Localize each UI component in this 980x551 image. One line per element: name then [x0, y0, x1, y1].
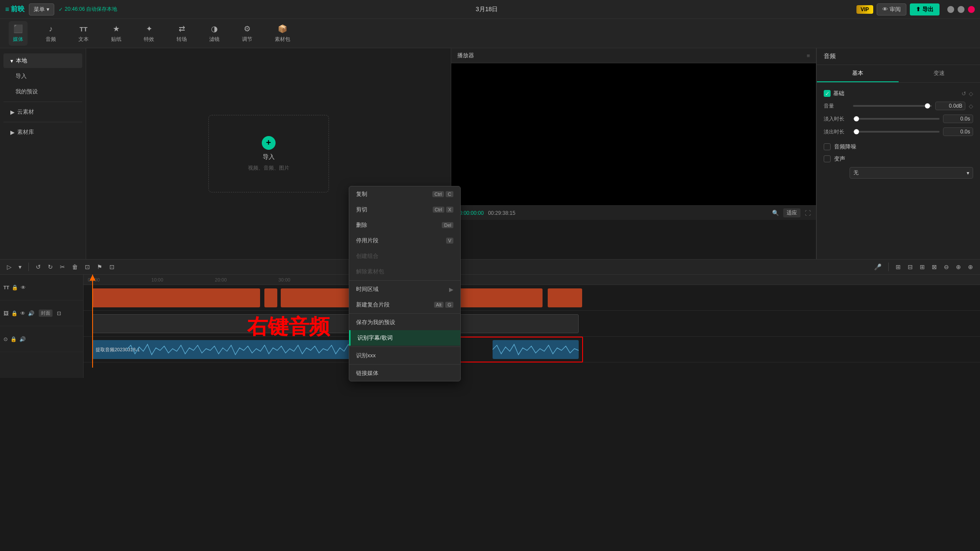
fadeout-value[interactable]: 0.0s	[943, 127, 973, 136]
ctx-copy[interactable]: 复制 Ctrl C	[349, 186, 460, 202]
export-icon: ⬆	[916, 6, 921, 12]
select-mode-button[interactable]: ▾	[17, 262, 23, 272]
link2-button[interactable]: ⊞	[918, 262, 927, 272]
ctx-save-preset[interactable]: 保存为我的预设	[349, 315, 460, 330]
tool-filter[interactable]: ◑ 滤镜	[205, 21, 224, 46]
minimize-button[interactable]	[947, 6, 954, 13]
sidebar-cloud-label: 云素材	[17, 108, 34, 116]
video-audio-icon[interactable]: 🔊	[28, 310, 34, 316]
voice-checkbox[interactable]	[824, 155, 831, 162]
sidebar-item-library[interactable]: ▶ 素材库	[3, 125, 82, 139]
tool-audio[interactable]: ♪ 音频	[41, 21, 60, 46]
split-button[interactable]: ✂	[58, 262, 67, 272]
align-button[interactable]: ⊠	[930, 262, 939, 272]
right-buttons: VIP 👁 审阅 ⬆ 导出	[856, 3, 975, 15]
video-track-label: 🖼 🔒 👁 🔊 封面 ⊡	[0, 300, 83, 326]
delete-button[interactable]: 🗑	[70, 262, 80, 272]
crop-button[interactable]: ⊡	[83, 262, 92, 272]
ctx-link-media[interactable]: 链接媒体	[349, 365, 460, 381]
player-screen[interactable]	[451, 63, 816, 205]
subtitle-clip-1[interactable]	[92, 288, 260, 307]
ctx-recognize-subtitle[interactable]: 识别字幕/歌词	[349, 330, 460, 346]
ctx-delete[interactable]: 删除 Del	[349, 217, 460, 233]
ctx-recognize-other[interactable]: 识别xxx	[349, 348, 460, 363]
track-labels: TT 🔒 👁 🖼 🔒 👁 🔊 封面 ⊡ ⊙ 🔒 🔊	[0, 275, 84, 378]
close-button[interactable]	[968, 6, 975, 13]
timeline-ruler: 00:00 10:00 20:00 30:00	[84, 275, 980, 285]
voice-select-arrow: ▾	[967, 170, 969, 176]
vip-badge[interactable]: VIP	[856, 5, 873, 14]
subtitle-eye-icon[interactable]: 👁	[21, 285, 26, 291]
text-label: 文本	[78, 36, 89, 43]
subtitle-clip-6[interactable]	[548, 288, 582, 307]
sidebar-item-local[interactable]: ▾ 本地	[3, 53, 82, 68]
ctx-disable[interactable]: 停用片段 V	[349, 233, 460, 248]
audio-lock-icon[interactable]: 🔒	[10, 336, 17, 342]
tool-adjust[interactable]: ⚙ 调节	[238, 21, 257, 46]
voice-select-value: 无	[853, 169, 859, 176]
sidebar-divider2	[3, 122, 82, 122]
tool-text[interactable]: TT 文本	[74, 21, 93, 46]
redo-button[interactable]: ↻	[46, 262, 55, 272]
fadein-value[interactable]: 0.0s	[943, 115, 973, 123]
export-button[interactable]: ⬆ 导出	[910, 3, 940, 15]
audio-clip-2[interactable]	[493, 340, 579, 359]
add-track-button[interactable]: ⊕	[966, 262, 975, 272]
player-fit-btn[interactable]: 适应	[783, 208, 800, 217]
fadeout-slider[interactable]	[853, 131, 940, 133]
player-fullscreen-icon[interactable]: ⛶	[805, 210, 811, 217]
split2-button[interactable]: ⊡	[108, 262, 116, 272]
mic-button[interactable]: 🎤	[872, 262, 883, 272]
diamond-icon[interactable]: ◇	[969, 90, 973, 97]
subtitle-clip-2[interactable]	[264, 288, 277, 307]
playhead[interactable]	[92, 275, 93, 368]
tool-transition[interactable]: ⇄ 转场	[172, 21, 191, 46]
ctx-new-compound[interactable]: 新建复合片段 Alt G	[349, 297, 460, 313]
audio-speaker-icon[interactable]: 🔊	[19, 336, 26, 342]
ctx-time-range[interactable]: 时间区域 ▶	[349, 282, 460, 297]
magnet-button[interactable]: ⊞	[894, 262, 902, 272]
import-box[interactable]: + 导入 视频、音频、图片	[208, 115, 329, 192]
sticker-icon: ★	[111, 24, 121, 34]
tab-speed[interactable]: 变速	[899, 65, 980, 82]
volume-slider[interactable]	[853, 105, 932, 107]
reset-icon[interactable]: ↺	[961, 90, 966, 97]
tool-sticker[interactable]: ★ 贴纸	[107, 21, 126, 46]
player-zoom-icon[interactable]: 🔍	[772, 210, 779, 216]
undo-button[interactable]: ↺	[34, 262, 43, 272]
tab-basic[interactable]: 基本	[817, 65, 899, 82]
link-button[interactable]: ⊟	[906, 262, 915, 272]
menu-button[interactable]: 菜单 ▾	[29, 3, 54, 15]
ctx-link-media-label: 链接媒体	[356, 369, 378, 377]
zoom-in-button[interactable]: ⊕	[954, 262, 963, 272]
audio-label: 音频	[46, 36, 56, 43]
tool-media[interactable]: ⬛ 媒体	[9, 21, 28, 46]
subtitle-clip-3[interactable]	[281, 288, 358, 307]
flag-button[interactable]: ⚑	[95, 262, 104, 272]
ctx-remove-pack-label: 解除素材包	[356, 268, 384, 276]
video-lock-icon[interactable]: 🔒	[11, 310, 18, 316]
autosave-status: ✓ 20:46:06 自动保存本地	[59, 6, 117, 13]
volume-value[interactable]: 0.0dB	[935, 102, 965, 110]
tool-pack[interactable]: 📦 素材包	[270, 21, 295, 46]
zoom-out-button[interactable]: ⊖	[942, 262, 951, 272]
subtitle-lock-icon[interactable]: 🔒	[12, 285, 18, 291]
window-controls	[947, 6, 975, 13]
select-tool-button[interactable]: ▷	[5, 262, 13, 272]
cover-clip[interactable]	[92, 314, 579, 333]
video-eye-icon[interactable]: 👁	[20, 310, 25, 316]
fadein-slider[interactable]	[853, 118, 940, 120]
sidebar-item-presets[interactable]: 我的预设	[3, 84, 82, 99]
player-title: 播放器	[457, 52, 474, 59]
basic-checkbox[interactable]: ✓	[824, 90, 831, 97]
ctx-cut[interactable]: 剪切 Ctrl X	[349, 202, 460, 217]
maximize-button[interactable]	[958, 6, 964, 13]
noise-checkbox[interactable]	[824, 143, 831, 150]
sidebar-item-import[interactable]: 导入	[3, 69, 82, 84]
right-panel-title: 音频	[817, 48, 980, 65]
volume-diamond-icon[interactable]: ◇	[969, 103, 973, 109]
voice-select[interactable]: 无 ▾	[850, 167, 973, 179]
sidebar-item-cloud[interactable]: ▶ 云素材	[3, 105, 82, 119]
tool-effects[interactable]: ✦ 特效	[140, 21, 158, 46]
review-button[interactable]: 👁 审阅	[877, 3, 906, 15]
